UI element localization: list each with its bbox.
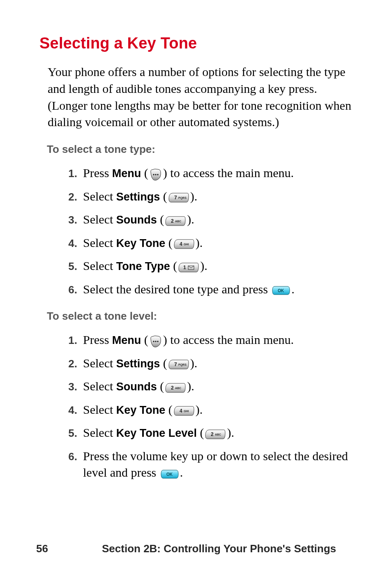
intro-paragraph: Your phone offers a number of options fo… [48,64,353,131]
svg-text:7: 7 [174,362,177,367]
svg-text:2: 2 [171,218,174,224]
key-7-icon: 7 PQRS [167,359,190,370]
text: Select [83,212,116,226]
step-body: Select Sounds ( 2 ABC ). [83,378,353,395]
svg-text:2: 2 [211,431,214,437]
ok-key-icon: OK [159,469,180,479]
text: to access the main menu. [167,333,294,346]
paren-close: ). [200,259,208,272]
paren-close: ). [187,212,194,226]
label-key-tone: Key Tone [116,404,166,416]
text: Select [83,356,116,370]
step-body: Select Settings ( 7 PQRS ). [83,355,353,372]
text: Select [83,426,116,439]
key-2-icon: 2 ABC [204,429,227,440]
svg-point-13 [155,341,156,342]
ok-key-icon: OK [271,285,291,295]
step-4: 4. Select Key Tone ( 4 GHI ). [58,235,353,251]
svg-point-0 [153,174,154,175]
page-number: 56 [36,542,102,555]
step-2: 2. Select Settings ( 7 PQRS ). [58,355,353,372]
text: Select [83,189,116,203]
label-menu: Menu [112,167,141,180]
step-number: 6. [58,448,83,464]
paren-open: ( [170,259,178,272]
step-1: 1. Press Menu ( ) to access the main men… [58,165,353,182]
step-number: 5. [58,258,83,274]
svg-point-14 [157,341,158,342]
page-title: Selecting a Key Tone [39,35,353,52]
step-number: 4. [58,401,83,417]
text: Press [83,166,112,180]
step-body: Press Menu ( ) to access the main menu. [83,332,353,348]
subhead-tone-type: To select a tone type: [47,143,353,156]
text: Select [83,236,116,249]
menu-key-icon [148,168,163,181]
paren-open: ( [141,166,148,180]
label-tone-type: Tone Type [116,260,170,272]
key-4-icon: 4 GHI [173,238,196,249]
step-1: 1. Press Menu ( ) to access the main men… [58,332,353,348]
step-number: 2. [58,188,83,204]
paren-open: ( [160,356,167,370]
paren-open: ( [157,212,164,226]
section-title: Section 2B: Controlling Your Phone's Set… [102,542,353,555]
label-settings: Settings [116,357,160,370]
step-3: 3. Select Sounds ( 2 ABC ). [58,211,353,228]
text: Press [83,333,112,346]
text: Select [83,259,116,272]
step-body: Select Key Tone ( 4 GHI ). [83,235,353,251]
step-body: Press Menu ( ) to access the main menu. [83,165,353,182]
text: Select [83,379,116,393]
paren-open: ( [157,379,164,393]
paren-open: ( [160,189,167,203]
step-number: 5. [58,424,83,440]
svg-point-12 [153,341,154,342]
step-number: 3. [58,378,83,394]
svg-text:GHI: GHI [184,410,189,413]
key-7-icon: 7 PQRS [167,192,190,203]
step-6: 6. Select the desired tone type and pres… [58,281,353,298]
paren-close: ). [196,403,203,416]
step-5: 5. Select Key Tone Level ( 2 ABC ). [58,424,353,441]
svg-text:4: 4 [180,408,182,414]
step-body: Select Sounds ( 2 ABC ). [83,211,353,228]
step-number: 6. [58,281,83,297]
text: Select the desired tone type and press [83,282,271,296]
subhead-tone-level: To select a tone level: [47,310,353,323]
svg-text:OK: OK [278,288,284,293]
page: Selecting a Key Tone Your phone offers a… [0,0,392,588]
key-1-icon: 1 [177,262,200,273]
paren-close: ). [196,236,203,249]
text: Select [83,403,116,416]
svg-text:PQRS: PQRS [178,363,187,367]
paren-close: ) [163,166,167,180]
paren-close: ). [190,356,198,370]
svg-text:7: 7 [174,195,177,201]
svg-text:PQRS: PQRS [178,196,187,200]
menu-key-icon [148,335,163,348]
step-body: Select the desired tone type and press O… [83,281,353,298]
key-2-icon: 2 ABC [164,215,187,226]
svg-text:4: 4 [180,241,182,247]
label-sounds: Sounds [116,214,157,226]
step-body: Press the volume key up or down to selec… [83,448,353,481]
step-body: Select Key Tone ( 4 GHI ). [83,401,353,418]
step-number: 3. [58,211,83,227]
paren-close: ). [187,379,194,393]
label-key-tone-level: Key Tone Level [116,427,197,439]
svg-text:GHI: GHI [184,243,189,246]
step-2: 2. Select Settings ( 7 PQRS ). [58,188,353,205]
paren-close: ). [227,426,234,439]
svg-text:ABC: ABC [215,433,221,436]
paren-open: ( [197,426,204,439]
step-body: Select Tone Type ( 1 ). [83,258,353,274]
step-number: 4. [58,235,83,251]
paren-open: ( [165,403,173,416]
text: to access the main menu. [167,166,294,180]
steps-tone-level: 1. Press Menu ( ) to access the main men… [58,332,353,481]
step-body: Select Key Tone Level ( 2 ABC ). [83,424,353,441]
paren-close: ). [190,189,198,203]
svg-point-2 [157,174,158,175]
label-sounds: Sounds [116,380,157,393]
